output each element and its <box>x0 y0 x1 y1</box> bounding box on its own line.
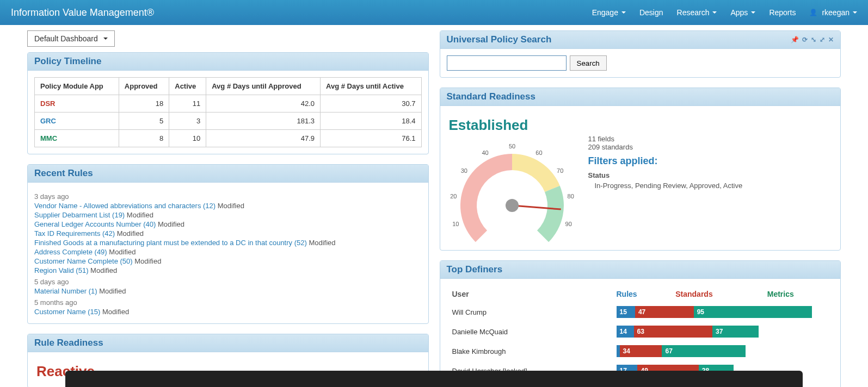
app-link[interactable]: MMC <box>40 134 57 142</box>
rule-link[interactable]: Material Number (1) <box>34 287 97 295</box>
panel-title: Policy Timeline <box>34 56 101 67</box>
col-user: User <box>448 286 611 302</box>
caret-down-icon <box>621 11 626 14</box>
refresh-icon[interactable]: ⟳ <box>802 36 808 43</box>
rule-line: General Ledger Accounts Number (40) Modi… <box>34 220 422 228</box>
rule-link[interactable]: Region Valid (51) <box>34 266 88 274</box>
svg-text:30: 30 <box>460 167 467 174</box>
policy-timeline-table: Policy Module AppApprovedActiveAvg # Day… <box>34 77 422 147</box>
nav-design[interactable]: Design <box>639 8 663 17</box>
nav-user[interactable]: rkeegan <box>809 8 857 17</box>
col-header: Policy Module App <box>35 78 119 95</box>
cell: 30.7 <box>321 95 421 113</box>
nav-items: EngageDesignResearchAppsReportsrkeegan <box>592 8 857 17</box>
user-cell: Danielle McQuaid <box>448 322 611 341</box>
caret-down-icon <box>751 11 755 14</box>
user-cell: Blake Kimbrough <box>448 342 611 360</box>
panel-header: Rule Readiness <box>28 334 428 352</box>
fields-count: 11 fields <box>588 135 743 143</box>
cell: 181.3 <box>206 113 321 130</box>
caret-down-icon <box>853 11 857 14</box>
user-cell: Will Crump <box>448 303 611 321</box>
nav-reports[interactable]: Reports <box>769 8 796 17</box>
rule-link[interactable]: Tax ID Requirements (42) <box>34 229 115 238</box>
bar-row: 13467 <box>617 345 829 357</box>
rule-status: Modified <box>218 202 244 210</box>
svg-text:90: 90 <box>565 221 571 227</box>
panel-header: Universal Policy Search 📌 ⟳ ⤡ ⤢ ✕ <box>440 31 841 49</box>
readiness-meta: 11 fields 209 standards Filters applied:… <box>588 135 743 244</box>
cell: 8 <box>119 130 169 147</box>
nav-label: Design <box>639 8 663 17</box>
app-link[interactable]: DSR <box>40 99 55 108</box>
svg-text:60: 60 <box>535 149 542 156</box>
rule-link[interactable]: Address Complete (49) <box>34 248 107 256</box>
cell: 42.0 <box>206 95 321 113</box>
table-row: DSR181142.030.7 <box>35 95 422 113</box>
rule-link[interactable]: Vendor Name - Allowed abbreviations and … <box>34 202 216 210</box>
panel-header: Policy Timeline <box>28 53 428 71</box>
rule-line: Customer Name Complete (50) Modified <box>34 257 422 265</box>
svg-text:80: 80 <box>567 193 574 199</box>
expand-icon[interactable]: ⤢ <box>820 36 825 43</box>
rule-status: Modified <box>309 239 335 247</box>
rule-time: 5 days ago <box>34 278 422 286</box>
bar-row: 154795 <box>617 306 829 318</box>
col-header: Avg # Days until Approved <box>206 78 321 95</box>
search-input[interactable] <box>447 55 567 71</box>
standard-readiness-status: Established <box>449 117 834 134</box>
rule-link[interactable]: Supplier Debarment List (19) <box>34 211 125 219</box>
table-row: MMC81047.976.1 <box>35 130 422 147</box>
nav-label: Research <box>677 8 710 17</box>
rule-time: 5 months ago <box>34 298 422 307</box>
rule-status: Modified <box>127 211 153 219</box>
svg-text:10: 10 <box>452 221 459 227</box>
nav-research[interactable]: Research <box>677 8 717 17</box>
svg-text:20: 20 <box>450 193 457 199</box>
panel-title: Standard Readiness <box>447 91 535 102</box>
cell: 76.1 <box>321 130 421 147</box>
rule-link[interactable]: Customer Name (15) <box>34 308 100 316</box>
col-rules: Rules <box>612 286 670 302</box>
close-icon[interactable]: ✕ <box>828 36 834 43</box>
panel-header: Recent Rules <box>28 165 428 183</box>
table-row: Will Crump154795 <box>448 303 833 321</box>
standard-readiness-panel: Standard Readiness Established 010203040… <box>440 88 841 251</box>
bar-metrics: 37 <box>712 326 759 338</box>
app-link[interactable]: GRC <box>40 117 56 125</box>
rule-link[interactable]: Customer Name Complete (50) <box>34 257 133 265</box>
collapse-icon[interactable]: ⤡ <box>811 36 816 43</box>
rule-line: Supplier Debarment List (19) Modified <box>34 211 422 219</box>
col-header: Avg # Days until Active <box>321 78 421 95</box>
bar-row: 146337 <box>617 326 829 338</box>
svg-text:50: 50 <box>508 143 515 149</box>
rule-status: Modified <box>90 266 117 274</box>
rule-link[interactable]: Finished Goods at a manufacturing plant … <box>34 239 307 247</box>
readiness-gauge: 0102030405060708090100 <box>447 135 577 244</box>
table-row: GRC53181.318.4 <box>35 113 422 130</box>
pin-icon[interactable]: 📌 <box>791 36 799 43</box>
table-row: Danielle McQuaid146337 <box>448 322 833 341</box>
taskbar <box>65 371 803 387</box>
panel-title: Top Definers <box>447 264 503 275</box>
svg-text:70: 70 <box>557 167 563 174</box>
col-header: Approved <box>119 78 169 95</box>
dashboard-selector[interactable]: Default Dashboard <box>27 30 115 47</box>
bar-rules: 14 <box>617 326 634 338</box>
search-button[interactable]: Search <box>570 55 607 71</box>
rule-line: Material Number (1) Modified <box>34 287 422 295</box>
table-row: Blake Kimbrough13467 <box>448 342 833 360</box>
top-definers-panel: Top Definers User Rules Standards Metric… <box>440 260 841 387</box>
rule-link[interactable]: General Ledger Accounts Number (40) <box>34 220 156 228</box>
nav-engage[interactable]: Engage <box>592 8 626 17</box>
caret-down-icon <box>103 38 108 40</box>
nav-apps[interactable]: Apps <box>730 8 755 17</box>
dashboard-label: Default Dashboard <box>34 34 98 43</box>
col-header: Active <box>169 78 206 95</box>
rule-line: Vendor Name - Allowed abbreviations and … <box>34 202 422 210</box>
cell: 10 <box>169 130 206 147</box>
col-standards: Standards <box>671 286 762 302</box>
filter-values: In-Progress, Pending Review, Approved, A… <box>595 182 743 190</box>
rule-status: Modified <box>109 248 136 256</box>
recent-rules-panel: Recent Rules 3 days agoVendor Name - All… <box>27 164 429 324</box>
